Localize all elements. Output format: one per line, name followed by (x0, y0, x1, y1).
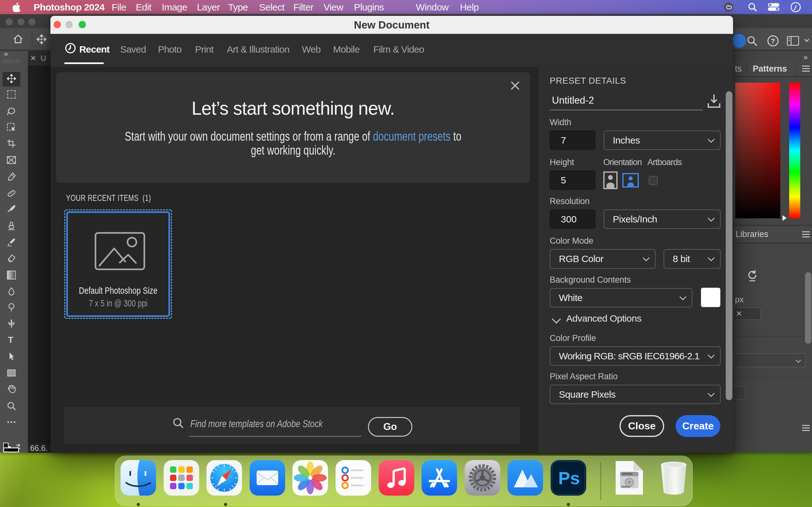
svg-text:?: ? (771, 37, 775, 45)
svg-text:Ps: Ps (558, 468, 580, 488)
svg-text:T: T (8, 335, 13, 345)
